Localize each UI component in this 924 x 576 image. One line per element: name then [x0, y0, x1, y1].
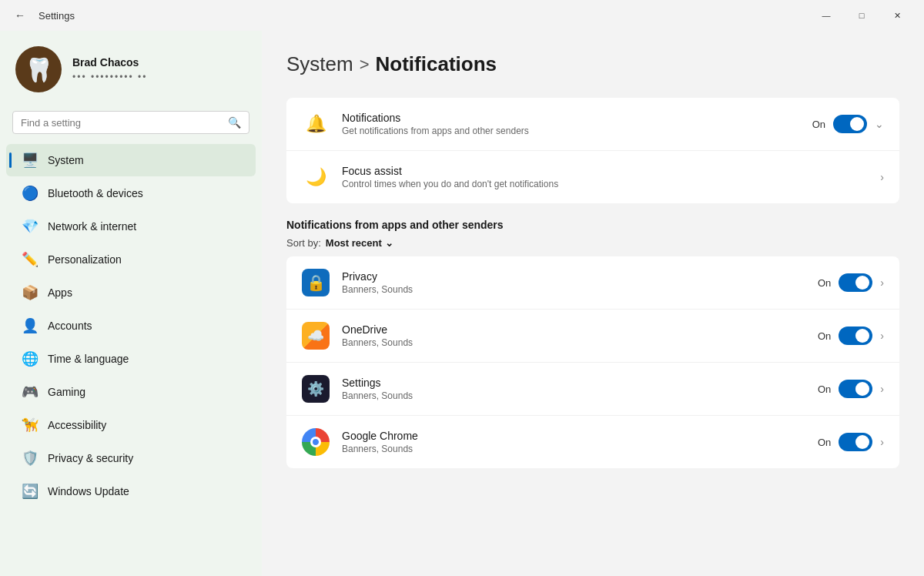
row-subtitle-privacy-app: Banners, Sounds: [342, 284, 805, 295]
search-box[interactable]: 🔍: [12, 111, 249, 134]
sidebar-item-label-accounts: Accounts: [48, 320, 92, 332]
sort-dropdown[interactable]: Most recent ⌄: [326, 237, 393, 249]
user-info: Brad Chacos ••• ••••••••• ••: [72, 56, 147, 82]
sidebar-item-update[interactable]: 🔄 Windows Update: [6, 475, 256, 507]
app-row-onedrive[interactable]: ☁️ OneDrive Banners, Sounds On ›: [286, 310, 899, 363]
user-profile[interactable]: 🦷 Brad Chacos ••• ••••••••• ••: [0, 31, 262, 108]
titlebar-left: ← Settings: [9, 5, 75, 26]
app-title: Settings: [38, 10, 75, 22]
chevron-right-icon: ›: [880, 171, 884, 183]
apps-nav-icon: 📦: [22, 284, 38, 301]
sidebar: 🦷 Brad Chacos ••• ••••••••• •• 🔍 🖥️ Syst…: [0, 31, 262, 576]
row-text-google-chrome: Google Chrome Banners, Sounds: [342, 430, 805, 454]
toggle-label-privacy-app: On: [818, 277, 831, 289]
search-input[interactable]: [21, 117, 222, 129]
sort-value: Most recent: [326, 237, 382, 249]
focus-assist-icon: 🌙: [302, 163, 330, 191]
sidebar-item-accounts[interactable]: 👤 Accounts: [6, 310, 256, 342]
chevron-right-icon: ›: [880, 436, 884, 448]
sidebar-item-accessibility[interactable]: 🦮 Accessibility: [6, 409, 256, 441]
chevron-right-icon: ›: [880, 383, 884, 395]
onedrive-icon: ☁️: [302, 322, 330, 350]
chrome-icon: [302, 428, 330, 456]
sidebar-item-label-time: Time & language: [48, 353, 129, 365]
window-controls: — □ ✕: [808, 3, 915, 28]
sidebar-item-label-update: Windows Update: [48, 485, 129, 497]
sidebar-item-apps[interactable]: 📦 Apps: [6, 276, 256, 309]
search-icon[interactable]: 🔍: [228, 116, 241, 129]
row-right-google-chrome: On ›: [818, 433, 884, 451]
app-row-privacy-app[interactable]: 🔒 Privacy Banners, Sounds On ›: [286, 256, 899, 310]
chevron-down-icon: ⌄: [385, 237, 393, 249]
toggle-label-notifications: On: [812, 119, 825, 130]
app-row-google-chrome[interactable]: Google Chrome Banners, Sounds On ›: [286, 416, 899, 468]
main-container: 🦷 Brad Chacos ••• ••••••••• •• 🔍 🖥️ Syst…: [0, 31, 924, 576]
row-title-onedrive: OneDrive: [342, 323, 805, 336]
gaming-nav-icon: 🎮: [22, 383, 38, 400]
network-nav-icon: 💎: [22, 218, 38, 235]
row-right-onedrive: On ›: [818, 327, 884, 345]
settings-row-notifications[interactable]: 🔔 Notifications Get notifications from a…: [286, 98, 899, 151]
toggle-notifications[interactable]: [833, 115, 867, 133]
sidebar-item-personalization[interactable]: ✏️ Personalization: [6, 243, 256, 276]
chevron-right-icon: ›: [880, 276, 884, 289]
accounts-nav-icon: 👤: [22, 317, 38, 334]
toggle-label-google-chrome: On: [818, 437, 831, 448]
sidebar-item-label-personalization: Personalization: [48, 253, 122, 266]
toggle-onedrive[interactable]: [839, 327, 872, 345]
user-name: Brad Chacos: [72, 56, 147, 69]
sidebar-item-time[interactable]: 🌐 Time & language: [6, 343, 256, 375]
settings-row-focus-assist[interactable]: 🌙 Focus assist Control times when you do…: [286, 151, 899, 203]
row-title-privacy-app: Privacy: [342, 270, 805, 283]
app-notifications-card: 🔒 Privacy Banners, Sounds On › ☁️ OneDri…: [286, 256, 899, 468]
time-nav-icon: 🌐: [22, 350, 38, 367]
toggle-label-onedrive: On: [818, 330, 831, 342]
notifications-icon: 🔔: [302, 110, 330, 138]
row-right-notifications: On ⌄: [812, 115, 884, 133]
sidebar-item-gaming[interactable]: 🎮 Gaming: [6, 376, 256, 408]
close-button[interactable]: ✕: [879, 3, 915, 28]
chevron-right-icon: ›: [880, 330, 884, 342]
row-subtitle-notifications: Get notifications from apps and other se…: [342, 126, 800, 136]
top-settings-card: 🔔 Notifications Get notifications from a…: [286, 98, 899, 203]
sidebar-item-bluetooth[interactable]: 🔵 Bluetooth & devices: [6, 177, 256, 209]
app-row-settings-app[interactable]: ⚙️ Settings Banners, Sounds On ›: [286, 363, 899, 416]
breadcrumb-parent: System: [286, 52, 353, 76]
update-nav-icon: 🔄: [22, 483, 38, 500]
breadcrumb: System > Notifications: [286, 52, 899, 76]
sidebar-item-privacy[interactable]: 🛡️ Privacy & security: [6, 442, 256, 474]
maximize-button[interactable]: □: [844, 3, 879, 28]
sort-row: Sort by: Most recent ⌄: [286, 237, 899, 249]
row-text-notifications: Notifications Get notifications from app…: [342, 112, 800, 136]
row-title-google-chrome: Google Chrome: [342, 430, 805, 442]
accessibility-nav-icon: 🦮: [22, 417, 38, 434]
row-right-settings-app: On ›: [818, 380, 884, 398]
sidebar-item-system[interactable]: 🖥️ System: [6, 144, 256, 176]
sidebar-item-network[interactable]: 💎 Network & internet: [6, 210, 256, 243]
row-title-settings-app: Settings: [342, 377, 805, 389]
apps-section-title: Notifications from apps and other sender…: [286, 219, 899, 231]
toggle-settings-app[interactable]: [839, 380, 872, 398]
toggle-google-chrome[interactable]: [839, 433, 872, 451]
row-subtitle-onedrive: Banners, Sounds: [342, 337, 805, 348]
sidebar-item-label-accessibility: Accessibility: [48, 419, 106, 431]
content-area: System > Notifications 🔔 Notifications G…: [262, 31, 924, 576]
toggle-label-settings-app: On: [818, 383, 831, 395]
sidebar-item-label-system: System: [48, 154, 84, 166]
row-subtitle-google-chrome: Banners, Sounds: [342, 444, 805, 454]
titlebar: ← Settings — □ ✕: [0, 0, 924, 31]
toggle-privacy-app[interactable]: [839, 273, 872, 292]
system-nav-icon: 🖥️: [22, 152, 38, 169]
row-text-onedrive: OneDrive Banners, Sounds: [342, 323, 805, 348]
row-subtitle-settings-app: Banners, Sounds: [342, 390, 805, 401]
sidebar-item-label-gaming: Gaming: [48, 386, 85, 398]
sidebar-item-label-apps: Apps: [48, 286, 72, 299]
bluetooth-nav-icon: 🔵: [22, 185, 38, 202]
privacy-app-icon: 🔒: [302, 269, 330, 296]
back-button[interactable]: ←: [9, 5, 31, 26]
settings-app-icon: ⚙️: [302, 375, 330, 403]
sort-by-label: Sort by:: [286, 237, 321, 249]
minimize-button[interactable]: —: [808, 3, 844, 28]
personalization-nav-icon: ✏️: [22, 251, 38, 268]
row-right-focus-assist: ›: [880, 171, 884, 183]
